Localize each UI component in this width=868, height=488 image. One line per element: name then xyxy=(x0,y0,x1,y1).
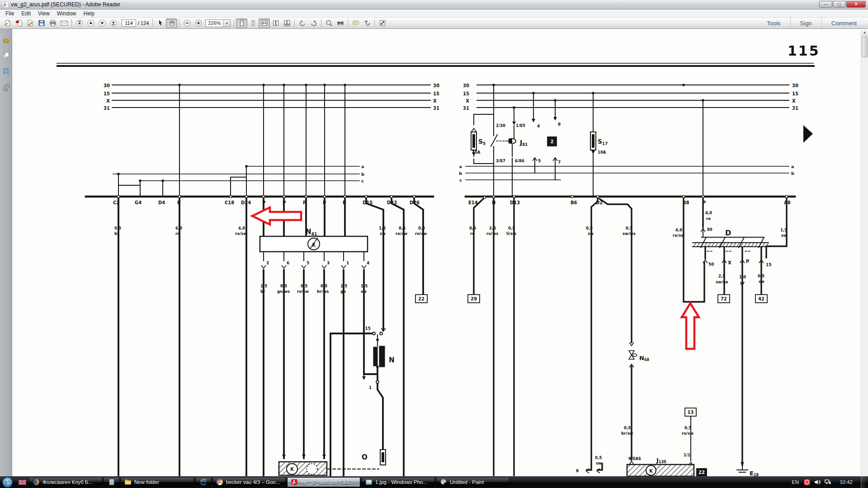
diagram-label: J130 xyxy=(656,457,666,464)
tray-volume-icon[interactable] xyxy=(814,479,821,486)
menu-edit[interactable]: Edit xyxy=(18,10,34,17)
diagram-label: ro/sw xyxy=(235,231,247,236)
taskbar-button-photo-viewer[interactable]: 1.jpg - Windows Pho... xyxy=(362,477,435,487)
sign-pen-button[interactable] xyxy=(361,19,373,28)
diagram-label: ro xyxy=(706,216,711,221)
taskbar-button-label: becker vau 4/3 – Goo... xyxy=(226,479,280,485)
rotate-clockwise-button[interactable] xyxy=(308,19,319,28)
menu-view[interactable]: View xyxy=(34,10,53,17)
diagram-label: X xyxy=(466,99,469,103)
adobe-reader-window: vw_g2_arus.pdf (SECURED) - Adobe Reader … xyxy=(0,0,868,488)
scroll-up-button[interactable]: ▲ xyxy=(861,29,868,36)
select-tool-icon xyxy=(157,19,164,27)
start-button[interactable] xyxy=(2,477,13,488)
taskbar-button-folder[interactable]: New folder xyxy=(121,477,194,487)
comment-bubble-button[interactable] xyxy=(350,19,361,28)
tray-red-app-icon[interactable] xyxy=(803,479,811,486)
diagram-label: C18 xyxy=(225,200,234,205)
diagram-label: K xyxy=(312,243,316,248)
scrollbar-thumb[interactable] xyxy=(862,37,868,57)
toolbar-separator xyxy=(71,19,72,27)
find-button[interactable] xyxy=(323,19,335,28)
tray-network-icon[interactable] xyxy=(824,479,831,486)
taskbar-button-acrobat[interactable]: vw_g2_arus.pdf (SEC... xyxy=(287,477,360,487)
single-page-view-button[interactable] xyxy=(236,19,247,28)
diagram-label: b xyxy=(459,171,462,176)
first-page-button[interactable] xyxy=(74,19,85,28)
diagram-label: N41 xyxy=(306,228,317,236)
page-thumbnails-icon[interactable] xyxy=(2,51,10,60)
bookmarks-icon[interactable] xyxy=(2,67,10,75)
sign-document-button[interactable] xyxy=(24,19,36,28)
show-desktop-button[interactable] xyxy=(861,476,866,488)
comment-panel-button[interactable]: Comment xyxy=(821,18,866,28)
email-button[interactable] xyxy=(58,19,70,28)
maximize-button[interactable]: ▢ xyxy=(833,1,846,8)
windows-taskbar: Фолксваген Клуб Б...New folderbecker vau… xyxy=(0,476,868,488)
menu-help[interactable]: Help xyxy=(80,10,99,17)
diagram-label: 0,5 xyxy=(626,226,632,230)
diagram-label: 30 xyxy=(433,83,439,88)
hand-tool-button[interactable] xyxy=(166,19,177,28)
fullscreen-button[interactable] xyxy=(377,19,388,28)
zoom-level-select[interactable]: 226%▼ xyxy=(205,19,231,27)
diagram-label: sw xyxy=(759,279,764,284)
sign-panel-button[interactable]: Sign xyxy=(790,18,821,28)
vertical-scrollbar[interactable]: ▲ xyxy=(861,29,868,476)
create-pdf-button[interactable] xyxy=(13,19,24,28)
rotate-counterclockwise-button[interactable] xyxy=(297,19,308,28)
diagram-label: A8 xyxy=(784,200,791,205)
close-button[interactable]: ✕ xyxy=(846,1,866,8)
next-page-marker[interactable] xyxy=(803,125,813,143)
zoom-out-icon xyxy=(184,19,191,27)
next-page-button[interactable] xyxy=(96,19,108,28)
ie-icon xyxy=(200,479,207,486)
select-tool-button[interactable] xyxy=(155,19,166,28)
menu-file[interactable]: File xyxy=(2,10,18,17)
taskbar-button-calculator[interactable] xyxy=(104,477,119,487)
clock[interactable]: 10:42 xyxy=(840,479,853,485)
toolbar-separator xyxy=(152,19,153,27)
page-number-input[interactable] xyxy=(122,19,136,27)
zoom-out-button[interactable] xyxy=(181,19,193,28)
diagram-label: 30 xyxy=(707,227,712,232)
previous-page-button[interactable] xyxy=(85,19,96,28)
diagram-label: 3 xyxy=(327,261,330,265)
language-indicator[interactable]: EN xyxy=(792,479,799,485)
print-button[interactable] xyxy=(47,19,58,28)
two-page-scrolling-button[interactable] xyxy=(281,19,292,28)
language-flag-icon[interactable] xyxy=(17,477,28,487)
save-button[interactable] xyxy=(36,19,47,28)
menu-window[interactable]: Window xyxy=(53,10,80,17)
advanced-search-button[interactable] xyxy=(335,19,346,28)
taskbar-button-ie[interactable] xyxy=(195,477,211,487)
last-page-icon xyxy=(110,19,117,27)
zoom-in-button[interactable] xyxy=(193,19,204,28)
security-lock-icon[interactable] xyxy=(2,35,10,44)
open-file-button[interactable] xyxy=(2,19,13,28)
taskbar-button-chrome[interactable]: becker vau 4/3 – Goo... xyxy=(212,477,286,487)
diagram-label: N xyxy=(389,356,395,364)
toolbar-separator xyxy=(348,19,348,27)
diagram-label: 4,0 xyxy=(238,226,245,230)
diagram-label: ro/sw xyxy=(415,231,427,236)
attachments-icon[interactable] xyxy=(2,83,10,91)
diagram-label: 115 xyxy=(788,43,820,59)
tools-panel-button[interactable]: Tools xyxy=(757,18,790,28)
last-page-button[interactable] xyxy=(108,19,119,28)
fit-width-button[interactable] xyxy=(259,19,270,28)
two-page-view-button[interactable] xyxy=(270,19,281,28)
diagram-label: P xyxy=(343,200,346,205)
minimize-button[interactable]: — xyxy=(819,1,832,8)
advanced-search-icon xyxy=(337,19,344,27)
chrome-icon xyxy=(216,479,223,486)
find-icon xyxy=(326,19,333,27)
two-page-view-icon xyxy=(272,19,279,27)
zoom-dropdown-arrow-icon[interactable]: ▼ xyxy=(223,20,230,27)
diagram-label: D xyxy=(725,229,731,237)
diagram-label: 2 xyxy=(266,261,269,265)
diagram-label: li/sw xyxy=(506,231,516,236)
taskbar-button-paint[interactable]: Untitled - Paint xyxy=(436,477,509,487)
enable-scrolling-button[interactable] xyxy=(247,19,259,28)
taskbar-button-firefox[interactable]: Фолксваген Клуб Б... xyxy=(29,477,102,487)
